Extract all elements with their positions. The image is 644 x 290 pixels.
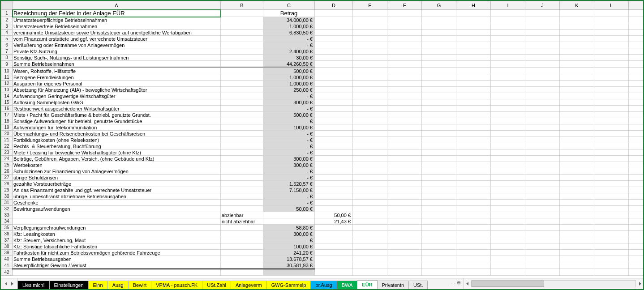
cell-F16[interactable]: [387, 106, 422, 112]
cell-K3[interactable]: [560, 23, 594, 30]
cell-D20[interactable]: [315, 131, 353, 137]
cell-A29[interactable]: An das Finanzamt gezahlte und ggf. verre…: [13, 187, 221, 193]
cell-H24[interactable]: [456, 156, 491, 162]
cell-I29[interactable]: [491, 187, 525, 193]
cell-H8[interactable]: [456, 55, 491, 61]
cell-M16[interactable]: [629, 106, 644, 112]
cell-H33[interactable]: [456, 212, 491, 218]
cell-C38[interactable]: 100,00 €: [263, 243, 315, 250]
cell-L29[interactable]: [594, 187, 629, 193]
cell-B19[interactable]: [221, 124, 263, 131]
cell-M2[interactable]: [629, 17, 644, 23]
cell-J3[interactable]: [525, 23, 560, 30]
cell-K34[interactable]: [560, 218, 594, 225]
cell-J27[interactable]: [525, 175, 560, 181]
cell-B20[interactable]: [221, 131, 263, 137]
cell-J8[interactable]: [525, 55, 560, 61]
cell-H32[interactable]: [456, 206, 491, 212]
cell-B12[interactable]: [221, 81, 263, 87]
cell-H31[interactable]: [456, 200, 491, 206]
cell-J32[interactable]: [525, 206, 560, 212]
cell-F41[interactable]: [387, 262, 422, 269]
cell-I14[interactable]: [491, 93, 525, 99]
cell-D42[interactable]: [315, 269, 353, 276]
cell-L41[interactable]: [594, 262, 629, 269]
cell-C7[interactable]: 2.400,00 €: [263, 48, 315, 55]
cell-E34[interactable]: [353, 218, 387, 225]
cell-K26[interactable]: [560, 168, 594, 175]
cell-K19[interactable]: [560, 124, 594, 131]
cell-K30[interactable]: [560, 193, 594, 200]
cell-I19[interactable]: [491, 124, 525, 131]
cell-G19[interactable]: [422, 124, 456, 131]
cell-K18[interactable]: [560, 118, 594, 124]
tab-nav-prev-icon[interactable]: [9, 281, 15, 287]
cell-D8[interactable]: [315, 55, 353, 61]
cell-I28[interactable]: [491, 181, 525, 187]
cell-F6[interactable]: [387, 42, 422, 48]
cell-I23[interactable]: [491, 149, 525, 156]
cell-L19[interactable]: [594, 124, 629, 131]
cell-D33[interactable]: 50,00 €: [315, 212, 353, 218]
cell-J7[interactable]: [525, 48, 560, 55]
cell-E20[interactable]: [353, 131, 387, 137]
cell-K7[interactable]: [560, 48, 594, 55]
row-header-37[interactable]: 37: [1, 237, 13, 243]
cell-A35[interactable]: Verpflegungsmehraufwendungen: [13, 225, 221, 231]
cell-A39[interactable]: Fahrtkosten für nicht zum Betriebsvermög…: [13, 250, 221, 256]
cell-E8[interactable]: [353, 55, 387, 61]
cell-K42[interactable]: [560, 269, 594, 276]
cell-F29[interactable]: [387, 187, 422, 193]
cell-A31[interactable]: Geschenke: [13, 200, 221, 206]
cell-K10[interactable]: [560, 68, 594, 74]
cell-H9[interactable]: [456, 61, 491, 68]
cell-J35[interactable]: [525, 225, 560, 231]
cell-E10[interactable]: [353, 68, 387, 74]
cell-E9[interactable]: [353, 61, 387, 68]
cell-K32[interactable]: [560, 206, 594, 212]
cell-G37[interactable]: [422, 237, 456, 243]
cell-G26[interactable]: [422, 168, 456, 175]
cell-C40[interactable]: 13.678,57 €: [263, 256, 315, 262]
cell-M39[interactable]: [629, 250, 644, 256]
cell-B27[interactable]: [221, 175, 263, 181]
cell-M8[interactable]: [629, 55, 644, 61]
cell-J38[interactable]: [525, 243, 560, 250]
cell-D13[interactable]: [315, 87, 353, 93]
cell-C42[interactable]: [263, 269, 315, 276]
sheet-tab-lies-mich-[interactable]: Lies mich!: [17, 281, 50, 289]
cell-I20[interactable]: [491, 131, 525, 137]
cell-H5[interactable]: [456, 36, 491, 42]
cell-G15[interactable]: [422, 99, 456, 106]
row-header-22[interactable]: 22: [1, 143, 13, 149]
cell-I13[interactable]: [491, 87, 525, 93]
cell-B23[interactable]: [221, 149, 263, 156]
cell-E40[interactable]: [353, 256, 387, 262]
cell-A11[interactable]: Bezogene Fremdleistungen: [13, 74, 221, 81]
cell-G30[interactable]: [422, 193, 456, 200]
cell-E18[interactable]: [353, 118, 387, 124]
cell-H21[interactable]: [456, 137, 491, 143]
cell-B11[interactable]: [221, 74, 263, 81]
cell-C34[interactable]: [263, 218, 315, 225]
cell-J20[interactable]: [525, 131, 560, 137]
cell-I1[interactable]: [491, 10, 525, 17]
cell-M11[interactable]: [629, 74, 644, 81]
cell-G25[interactable]: [422, 162, 456, 168]
cell-G2[interactable]: [422, 17, 456, 23]
cell-E33[interactable]: [353, 212, 387, 218]
cell-K11[interactable]: [560, 74, 594, 81]
scroll-right-icon[interactable]: [637, 281, 643, 287]
cell-B35[interactable]: [221, 225, 263, 231]
row-header-19[interactable]: 19: [1, 124, 13, 131]
cell-L18[interactable]: [594, 118, 629, 124]
cell-I22[interactable]: [491, 143, 525, 149]
cell-D12[interactable]: [315, 81, 353, 87]
cell-I17[interactable]: [491, 112, 525, 118]
row-header-13[interactable]: 13: [1, 87, 13, 93]
cell-A2[interactable]: Umsatzsteuerpflichtige Betriebseinnahmen: [13, 17, 221, 23]
cell-G21[interactable]: [422, 137, 456, 143]
cell-D27[interactable]: [315, 175, 353, 181]
row-header-16[interactable]: 16: [1, 106, 13, 112]
cell-H26[interactable]: [456, 168, 491, 175]
